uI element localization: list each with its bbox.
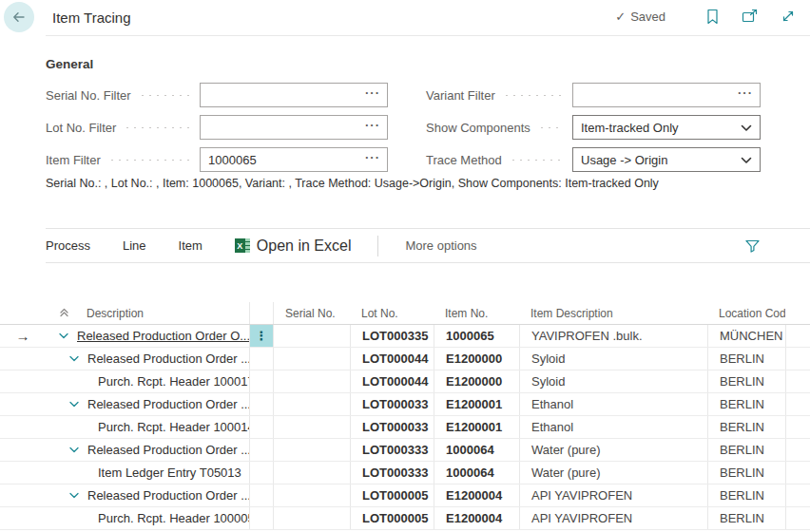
cell-location-code[interactable]: BERLIN (707, 462, 785, 484)
chevron-down-icon[interactable] (68, 397, 80, 411)
cell-serial-no[interactable] (274, 439, 350, 461)
trace-method-select[interactable]: Usage -> Origin (572, 147, 761, 172)
cell-location-code[interactable]: BERLIN (707, 348, 785, 370)
cell-item-description[interactable]: Ethanol (519, 393, 707, 415)
cell-serial-no[interactable] (274, 393, 350, 415)
table-row[interactable]: → Released Production Order O... ⋮ LOT00… (0, 325, 810, 348)
cell-location-code[interactable]: BERLIN (707, 439, 785, 461)
table-row[interactable]: Released Production Order ... LOT000044 … (0, 348, 810, 370)
cell-item-no[interactable]: E1200004 (434, 507, 519, 529)
chevron-down-icon[interactable] (68, 488, 80, 503)
expand-icon[interactable] (780, 8, 797, 25)
row-description[interactable]: Released Production Order ... (87, 488, 249, 503)
item-filter-input[interactable] (201, 153, 363, 167)
cell-item-description[interactable]: YAVIPROFEN .bulk. (519, 325, 707, 347)
bookmark-icon[interactable] (704, 8, 721, 25)
table-row[interactable]: Purch. Rcpt. Header 100017 LOT000044 E12… (0, 370, 810, 393)
cell-lot-no[interactable]: LOT000333 (350, 462, 434, 484)
cell-location-code[interactable]: BERLIN (707, 393, 785, 415)
cell-location-code[interactable]: BERLIN (707, 484, 785, 506)
chevron-down-icon[interactable] (68, 443, 80, 457)
row-menu-cell (249, 462, 274, 484)
toolbar-process[interactable]: Process (46, 238, 90, 253)
serial-no-filter-input[interactable] (201, 88, 363, 103)
table-row[interactable]: Purch. Rcpt. Header 100005 LOT000005 E12… (0, 507, 810, 530)
cell-serial-no[interactable] (274, 416, 350, 438)
table-row[interactable]: Released Production Order ... LOT000005 … (0, 484, 810, 507)
cell-serial-no[interactable] (274, 348, 350, 370)
row-description[interactable]: Item Ledger Entry T05013 (98, 466, 241, 480)
open-in-excel-button[interactable]: X Open in Excel (235, 238, 352, 255)
cell-item-no[interactable]: E1200000 (434, 370, 519, 392)
assist-edit-icon[interactable]: ··· (363, 150, 387, 170)
cell-item-description[interactable]: API YAVIPROFEN (519, 484, 707, 506)
row-description[interactable]: Released Production Order ... (87, 443, 249, 457)
row-description[interactable]: Purch. Rcpt. Header 100017 (98, 374, 249, 389)
row-description[interactable]: Purch. Rcpt. Header 100014 (98, 420, 249, 434)
cell-lot-no[interactable]: LOT000044 (350, 348, 434, 370)
row-description[interactable]: Released Production Order ... (87, 352, 249, 366)
row-description[interactable]: Released Production Order ... (87, 397, 249, 411)
cell-item-description[interactable]: API YAVIPROFEN (519, 507, 707, 529)
cell-location-code[interactable]: MÜNCHEN (707, 325, 785, 347)
header-item-description[interactable]: Item Description (519, 302, 707, 324)
cell-item-description[interactable]: Water (pure) (519, 439, 707, 461)
chevron-down-icon[interactable] (58, 329, 69, 343)
lot-no-filter-input[interactable] (201, 121, 363, 135)
cell-item-no[interactable]: E1200001 (434, 416, 519, 438)
cell-trailing (785, 325, 810, 347)
cell-item-no[interactable]: 1000064 (434, 462, 519, 484)
cell-lot-no[interactable]: LOT000333 (350, 439, 434, 461)
variant-filter-input[interactable] (573, 88, 736, 103)
cell-item-no[interactable]: 1000065 (434, 325, 519, 347)
table-row[interactable]: Purch. Rcpt. Header 100014 LOT000033 E12… (0, 416, 810, 439)
cell-lot-no[interactable]: LOT000044 (350, 370, 434, 392)
header-lot-no[interactable]: Lot No. (350, 302, 434, 324)
cell-serial-no[interactable] (274, 507, 350, 529)
assist-edit-icon[interactable]: ··· (363, 86, 387, 105)
table-row[interactable]: Released Production Order ... LOT000333 … (0, 439, 810, 462)
cell-item-no[interactable]: E1200004 (434, 484, 519, 506)
cell-item-description[interactable]: Water (pure) (519, 462, 707, 484)
cell-item-description[interactable]: Syloid (519, 348, 707, 370)
cell-lot-no[interactable]: LOT000005 (350, 484, 434, 506)
cell-location-code[interactable]: BERLIN (707, 416, 785, 438)
cell-lot-no[interactable]: LOT000335 (350, 325, 434, 347)
assist-edit-icon[interactable]: ··· (736, 86, 760, 105)
cell-item-no[interactable]: 1000064 (434, 439, 519, 461)
cell-serial-no[interactable] (274, 325, 350, 347)
toolbar-item[interactable]: Item (179, 238, 202, 253)
header-description[interactable]: Description (46, 302, 249, 324)
more-options-button[interactable]: More options (405, 238, 476, 253)
header-item-no[interactable]: Item No. (434, 302, 519, 324)
chevron-down-icon (741, 151, 752, 168)
table-row[interactable]: Released Production Order ... LOT000033 … (0, 393, 810, 416)
show-components-select[interactable]: Item-tracked Only (572, 115, 761, 140)
toolbar-line[interactable]: Line (123, 238, 146, 253)
cell-item-description[interactable]: Ethanol (519, 416, 707, 438)
cell-lot-no[interactable]: LOT000033 (350, 416, 434, 438)
header-location-code[interactable]: Location Code (707, 302, 785, 324)
cell-serial-no[interactable] (274, 462, 350, 484)
row-menu-button[interactable]: ⋮ (249, 325, 274, 347)
row-description[interactable]: Released Production Order O... (77, 329, 249, 343)
general-fields: Serial No. Filter ··· Variant Filter ···… (46, 83, 764, 172)
table-row[interactable]: Item Ledger Entry T05013 LOT000333 10000… (0, 462, 810, 484)
cell-location-code[interactable]: BERLIN (707, 507, 785, 529)
cell-item-description[interactable]: Syloid (519, 370, 707, 392)
chevron-down-icon[interactable] (68, 352, 80, 366)
row-description[interactable]: Purch. Rcpt. Header 100005 (98, 511, 249, 525)
assist-edit-icon[interactable]: ··· (363, 118, 387, 138)
header-serial-no[interactable]: Serial No. (274, 302, 350, 324)
filter-icon[interactable] (744, 238, 761, 254)
cell-lot-no[interactable]: LOT000033 (350, 393, 434, 415)
cell-lot-no[interactable]: LOT000005 (350, 507, 434, 529)
cell-location-code[interactable]: BERLIN (707, 370, 785, 392)
cell-item-no[interactable]: E1200000 (434, 348, 519, 370)
back-button[interactable] (4, 2, 34, 32)
open-in-new-window-icon[interactable] (742, 8, 759, 25)
cell-serial-no[interactable] (274, 484, 350, 506)
collapse-all-icon[interactable] (58, 306, 70, 321)
cell-serial-no[interactable] (274, 370, 350, 392)
cell-item-no[interactable]: E1200001 (434, 393, 519, 415)
